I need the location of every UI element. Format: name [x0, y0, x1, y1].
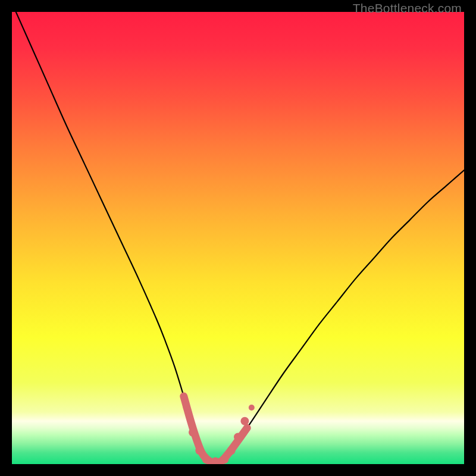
trough-marker: [189, 428, 197, 437]
trough-marker: [227, 446, 236, 455]
chart-frame: TheBottleneck.com: [0, 0, 476, 476]
watermark-text: TheBottleneck.com: [353, 1, 462, 15]
trough-marker: [220, 455, 228, 464]
trough-marker: [240, 417, 249, 425]
bottleneck-chart: [12, 12, 464, 464]
trough-marker: [234, 433, 242, 441]
trough-marker: [202, 455, 211, 464]
trough-marker: [183, 405, 189, 411]
trough-marker: [195, 446, 203, 455]
plot-area: [12, 12, 464, 464]
gradient-background: [12, 12, 464, 464]
trough-marker: [249, 405, 255, 411]
